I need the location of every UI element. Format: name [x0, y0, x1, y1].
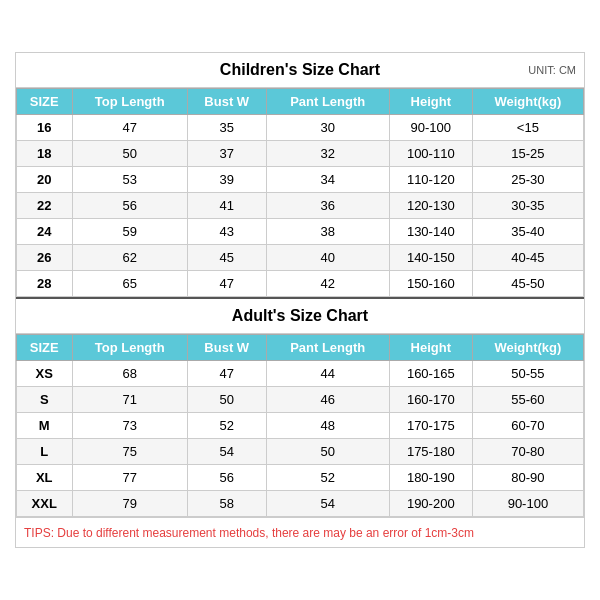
tips-text: TIPS: Due to different measurement metho… [24, 526, 474, 540]
table-row: 18503732100-11015-25 [17, 141, 584, 167]
table-row: XXL795854190-20090-100 [17, 491, 584, 517]
children-col-toplength: Top Length [72, 89, 187, 115]
adult-col-bustw: Bust W [187, 335, 266, 361]
adult-col-pantlength: Pant Length [266, 335, 389, 361]
adult-col-weight: Weight(kg) [472, 335, 583, 361]
table-row: 24594338130-14035-40 [17, 219, 584, 245]
children-col-pantlength: Pant Length [266, 89, 389, 115]
adult-header-row: SIZE Top Length Bust W Pant Length Heigh… [17, 335, 584, 361]
table-row: M735248170-17560-70 [17, 413, 584, 439]
table-row: 20533934110-12025-30 [17, 167, 584, 193]
adult-col-toplength: Top Length [72, 335, 187, 361]
children-header-row: SIZE Top Length Bust W Pant Length Heigh… [17, 89, 584, 115]
table-row: L755450175-18070-80 [17, 439, 584, 465]
children-col-height: Height [389, 89, 472, 115]
children-table: SIZE Top Length Bust W Pant Length Heigh… [16, 88, 584, 297]
adult-col-height: Height [389, 335, 472, 361]
adult-col-size: SIZE [17, 335, 73, 361]
adult-table: SIZE Top Length Bust W Pant Length Heigh… [16, 334, 584, 517]
adult-title-row: Adult's Size Chart [16, 297, 584, 334]
table-row: 22564136120-13030-35 [17, 193, 584, 219]
table-row: 26624540140-15040-45 [17, 245, 584, 271]
tips-row: TIPS: Due to different measurement metho… [16, 517, 584, 547]
unit-label: UNIT: CM [528, 64, 576, 76]
table-row: 1647353090-100<15 [17, 115, 584, 141]
children-col-bustw: Bust W [187, 89, 266, 115]
table-row: XL775652180-19080-90 [17, 465, 584, 491]
children-col-size: SIZE [17, 89, 73, 115]
table-row: 28654742150-16045-50 [17, 271, 584, 297]
children-title-row: Children's Size Chart UNIT: CM [16, 53, 584, 88]
adult-chart-title: Adult's Size Chart [232, 307, 368, 325]
children-chart-title: Children's Size Chart [220, 61, 380, 79]
table-row: XS684744160-16550-55 [17, 361, 584, 387]
table-row: S715046160-17055-60 [17, 387, 584, 413]
size-chart-container: Children's Size Chart UNIT: CM SIZE Top … [15, 52, 585, 548]
children-col-weight: Weight(kg) [472, 89, 583, 115]
